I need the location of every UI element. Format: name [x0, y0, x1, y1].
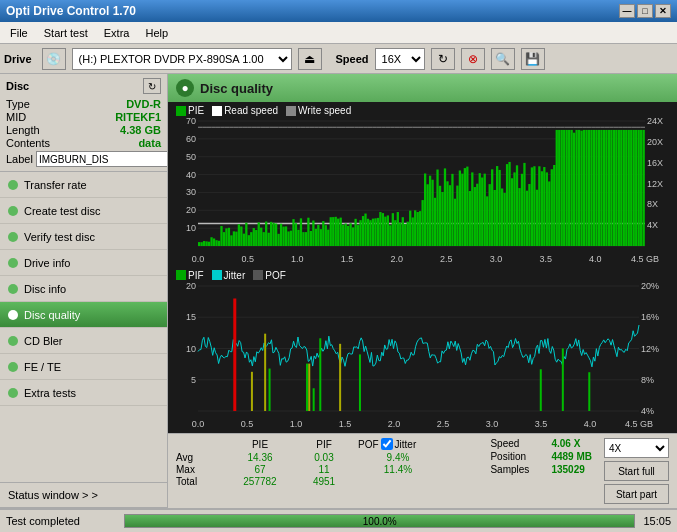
nav-section: Transfer rate Create test disc Verify te… [0, 172, 167, 482]
menu-extra[interactable]: Extra [98, 25, 136, 41]
menu-file[interactable]: File [4, 25, 34, 41]
stats-header-row: PIE PIF POF Jitter [176, 438, 478, 450]
samples-row: Samples 135029 [490, 464, 592, 475]
stats-row-avg: Avg 14.36 0.03 9.4% [176, 452, 478, 463]
chart1-legend: PIE Read speed Write speed [170, 104, 675, 117]
close-button[interactable]: ✕ [655, 4, 671, 18]
total-jitter [358, 476, 438, 487]
sidebar-label-cd-bler: CD Bler [24, 335, 63, 347]
progress-text: 100.0% [125, 515, 634, 528]
status-bar: Test completed 100.0% 15:05 [0, 508, 677, 532]
avg-pie: 14.36 [230, 452, 290, 463]
position-value: 4489 MB [551, 451, 592, 462]
refresh-button[interactable]: ↻ [431, 48, 455, 70]
label-label: Label [6, 153, 33, 165]
status-time: 15:05 [643, 515, 671, 527]
disc-refresh-button[interactable]: ↻ [143, 78, 161, 94]
chart2-canvas [170, 282, 675, 429]
speed-row: Speed 4.06 X [490, 438, 592, 449]
nav-dot [8, 336, 18, 346]
mid-label: MID [6, 111, 26, 123]
status-window-button[interactable]: Status window > > [0, 482, 167, 508]
max-jitter: 11.4% [358, 464, 438, 475]
pif-legend-dot [176, 270, 186, 280]
charts-container: PIE Read speed Write speed [168, 102, 677, 433]
sidebar-label-extra-tests: Extra tests [24, 387, 76, 399]
speed-key: Speed [490, 438, 545, 449]
sidebar-item-extra-tests[interactable]: Extra tests [0, 380, 167, 406]
sidebar-item-disc-info[interactable]: Disc info [0, 276, 167, 302]
scan-button[interactable]: 🔍 [491, 48, 515, 70]
sidebar-label-verify-test-disc: Verify test disc [24, 231, 95, 243]
drive-icon: 💿 [42, 48, 66, 70]
drive-bar: Drive 💿 (H:) PLEXTOR DVDR PX-890SA 1.00 … [0, 44, 677, 74]
avg-jitter: 9.4% [358, 452, 438, 463]
menu-bar: File Start test Extra Help [0, 22, 677, 44]
sidebar-label-disc-info: Disc info [24, 283, 66, 295]
speed-select[interactable]: 16X Max [375, 48, 425, 70]
sidebar-label-fe-te: FE / TE [24, 361, 61, 373]
sidebar-item-create-test-disc[interactable]: Create test disc [0, 198, 167, 224]
type-value: DVD-R [126, 98, 161, 110]
max-pie: 67 [230, 464, 290, 475]
eject-button[interactable]: ⏏ [298, 48, 322, 70]
start-part-button[interactable]: Start part [604, 484, 669, 504]
sidebar-item-drive-info[interactable]: Drive info [0, 250, 167, 276]
jitter-checkbox[interactable] [381, 438, 393, 450]
save-button[interactable]: 💾 [521, 48, 545, 70]
sidebar-item-verify-test-disc[interactable]: Verify test disc [0, 224, 167, 250]
drive-select[interactable]: (H:) PLEXTOR DVDR PX-890SA 1.00 [72, 48, 292, 70]
disc-panel-title: Disc [6, 80, 29, 92]
nav-dot [8, 206, 18, 216]
chart2-wrapper: PIF Jitter POF [170, 269, 675, 432]
stats-right: Speed 4.06 X Position 4489 MB Samples 13… [490, 438, 592, 475]
start-full-button[interactable]: Start full [604, 461, 669, 481]
type-label: Type [6, 98, 30, 110]
nav-dot [8, 310, 18, 320]
window-controls: — □ ✕ [619, 4, 671, 18]
menu-help[interactable]: Help [139, 25, 174, 41]
status-window-label: Status window > > [8, 489, 98, 501]
disc-quality-header: ● Disc quality [168, 74, 677, 102]
nav-dot [8, 232, 18, 242]
total-label: Total [176, 476, 226, 487]
contents-value: data [138, 137, 161, 149]
stats-col-pof: POF [358, 439, 379, 450]
max-label: Max [176, 464, 226, 475]
speed-label: Speed [336, 53, 369, 65]
sidebar-label-transfer-rate: Transfer rate [24, 179, 87, 191]
stats-row-total: Total 257782 4951 [176, 476, 478, 487]
nav-dot [8, 284, 18, 294]
readspeed-legend-dot [212, 106, 222, 116]
sidebar-item-cd-bler[interactable]: CD Bler [0, 328, 167, 354]
speed-value: 4.06 X [551, 438, 580, 449]
erase-button[interactable]: ⊗ [461, 48, 485, 70]
pie-legend-label: PIE [188, 105, 204, 116]
pof-legend-label: POF [265, 270, 286, 281]
stats-col-jitter: Jitter [395, 439, 417, 450]
sidebar-item-transfer-rate[interactable]: Transfer rate [0, 172, 167, 198]
jitter-legend-dot [212, 270, 222, 280]
test-speed-select[interactable]: 4X 1X 2X 8X [604, 438, 669, 458]
stats-col-pif: PIF [294, 439, 354, 450]
sidebar-item-disc-quality[interactable]: Disc quality [0, 302, 167, 328]
length-value: 4.38 GB [120, 124, 161, 136]
minimize-button[interactable]: — [619, 4, 635, 18]
sidebar-item-fe-te[interactable]: FE / TE [0, 354, 167, 380]
length-label: Length [6, 124, 40, 136]
stats-row-max: Max 67 11 11.4% [176, 464, 478, 475]
writespeed-legend-dot [286, 106, 296, 116]
stats-buttons: 4X 1X 2X 8X Start full Start part [604, 438, 669, 504]
pie-legend-dot [176, 106, 186, 116]
sidebar: Disc ↻ Type DVD-R MID RITEKF1 Length 4.3… [0, 74, 168, 508]
content-area: ● Disc quality PIE Read speed [168, 74, 677, 508]
sidebar-label-drive-info: Drive info [24, 257, 70, 269]
disc-quality-icon: ● [176, 79, 194, 97]
total-pif: 4951 [294, 476, 354, 487]
maximize-button[interactable]: □ [637, 4, 653, 18]
menu-start-test[interactable]: Start test [38, 25, 94, 41]
drive-label: Drive [4, 53, 32, 65]
nav-dot [8, 362, 18, 372]
sidebar-label-create-test-disc: Create test disc [24, 205, 100, 217]
label-input[interactable] [36, 151, 168, 167]
